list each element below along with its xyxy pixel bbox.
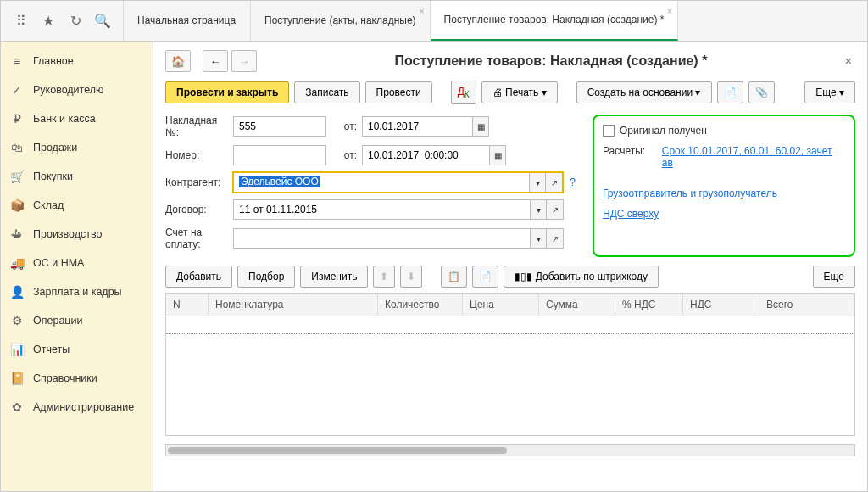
calendar-icon[interactable]: ▦ xyxy=(489,145,506,165)
post-button[interactable]: Провести xyxy=(365,81,432,103)
pick-button[interactable]: Подбор xyxy=(237,266,295,288)
tab-receipts[interactable]: Поступление (акты, накладные) × xyxy=(251,1,431,41)
open-icon[interactable]: ↗ xyxy=(547,199,564,220)
apps-icon[interactable]: ⠿ xyxy=(11,11,31,31)
content-header: 🏠 ← → Поступление товаров: Накладная (со… xyxy=(165,50,855,72)
tab-label: Поступление (акты, накладные) xyxy=(264,14,416,28)
number-date-input[interactable] xyxy=(362,145,489,165)
dropdown-icon[interactable]: ▾ xyxy=(530,228,547,249)
th-total[interactable]: Всего xyxy=(760,294,854,316)
horizontal-scrollbar[interactable] xyxy=(165,444,855,456)
attach-button[interactable]: 📎 xyxy=(748,81,775,103)
edit-button[interactable]: Изменить xyxy=(300,266,368,288)
copy-button[interactable]: 📋 xyxy=(441,266,467,288)
shipper-link[interactable]: Грузоотправитель и грузополучатель xyxy=(603,187,777,199)
content: 🏠 ← → Поступление товаров: Накладная (со… xyxy=(153,42,867,491)
ruble-icon: ₽ xyxy=(9,111,25,126)
settlements-link[interactable]: Срок 10.01.2017, 60.01, 60.02, зачет ав xyxy=(662,145,845,169)
sidebar-item-label: Покупки xyxy=(33,171,73,182)
sidebar-item-admin[interactable]: ✿Администрирование xyxy=(1,393,153,422)
history-icon[interactable]: ↻ xyxy=(65,11,86,31)
dk-button[interactable]: ДК xyxy=(451,81,476,104)
sidebar-item-production[interactable]: ⛴Производство xyxy=(1,220,153,249)
tab-label: Начальная страница xyxy=(137,14,236,28)
move-up-button[interactable]: ⬆ xyxy=(373,266,395,288)
invoice-date-input[interactable] xyxy=(362,116,472,137)
open-icon[interactable]: ↗ xyxy=(546,172,563,193)
close-button[interactable]: × xyxy=(842,51,855,71)
sidebar-item-label: Администрирование xyxy=(33,401,134,413)
counterparty-input[interactable]: Эдельвейс ООО xyxy=(233,172,529,193)
sidebar-item-bank[interactable]: ₽Банк и касса xyxy=(1,104,153,133)
vat-link[interactable]: НДС сверху xyxy=(603,208,659,220)
person-icon: 👤 xyxy=(9,284,25,299)
table-body[interactable] xyxy=(166,333,854,435)
table-divider xyxy=(166,333,854,334)
close-icon[interactable]: × xyxy=(667,6,672,16)
contract-input[interactable] xyxy=(233,199,530,220)
original-received-label: Оригинал получен xyxy=(620,125,707,137)
sidebar-item-label: Руководителю xyxy=(33,84,103,96)
form-left: Накладная №: от: ▦ Номер: от: ▦ xyxy=(165,115,576,257)
sidebar-item-assets[interactable]: 🚚ОС и НМА xyxy=(1,249,153,277)
th-n[interactable]: N xyxy=(166,294,209,316)
form-area: Накладная №: от: ▦ Номер: от: ▦ xyxy=(165,115,855,257)
barcode-button[interactable]: ▮▯▮ Добавить по штрихкоду xyxy=(504,266,659,288)
move-down-button[interactable]: ⬇ xyxy=(400,266,422,288)
sidebar-item-sales[interactable]: 🛍Продажи xyxy=(1,133,153,162)
tab-home[interactable]: Начальная страница xyxy=(124,1,251,41)
number-label: Номер: xyxy=(165,149,233,161)
payment-acc-input[interactable] xyxy=(233,228,530,249)
sidebar-item-warehouse[interactable]: 📦Склад xyxy=(1,191,153,220)
sidebar-item-manager[interactable]: ✓Руководителю xyxy=(1,75,153,104)
dropdown-icon[interactable]: ▾ xyxy=(530,199,547,220)
sidebar-item-label: Склад xyxy=(33,199,64,211)
calendar-icon[interactable]: ▦ xyxy=(472,116,489,137)
tab-current[interactable]: Поступление товаров: Накладная (создание… xyxy=(431,1,679,41)
th-price[interactable]: Цена xyxy=(463,294,539,316)
add-button[interactable]: Добавить xyxy=(165,266,232,288)
forward-button[interactable]: → xyxy=(231,50,257,72)
back-button[interactable]: ← xyxy=(203,50,228,72)
sidebar-item-catalogs[interactable]: 📔Справочники xyxy=(1,364,153,393)
dropdown-icon[interactable]: ▾ xyxy=(529,172,546,193)
help-link[interactable]: ? xyxy=(570,176,576,188)
page-title: Поступление товаров: Накладная (создание… xyxy=(260,53,842,69)
star-icon[interactable]: ★ xyxy=(38,11,58,31)
box-icon: 📦 xyxy=(9,198,25,213)
doc-button[interactable]: 📄 xyxy=(717,81,743,103)
number-input[interactable] xyxy=(233,145,326,165)
book-icon: 📔 xyxy=(9,371,25,386)
save-button[interactable]: Записать xyxy=(294,81,359,103)
sidebar-item-main[interactable]: ≡Главное xyxy=(1,47,153,75)
create-based-button[interactable]: Создать на основании ▾ xyxy=(576,81,712,103)
form-right-highlighted: Оригинал получен Расчеты: Срок 10.01.201… xyxy=(593,115,855,257)
th-sum[interactable]: Сумма xyxy=(539,294,615,316)
from-label: от: xyxy=(331,120,357,132)
top-bar: ⠿ ★ ↻ 🔍 Начальная страница Поступление (… xyxy=(1,1,867,42)
more-button[interactable]: Еще ▾ xyxy=(804,81,855,103)
th-qty[interactable]: Количество xyxy=(378,294,463,316)
table-header: N Номенклатура Количество Цена Сумма % Н… xyxy=(166,294,854,316)
sidebar-item-purchases[interactable]: 🛒Покупки xyxy=(1,162,153,191)
scroll-thumb[interactable] xyxy=(168,447,507,454)
th-vat[interactable]: НДС xyxy=(683,294,760,316)
open-icon[interactable]: ↗ xyxy=(547,228,564,249)
close-icon[interactable]: × xyxy=(419,6,424,16)
post-and-close-button[interactable]: Провести и закрыть xyxy=(165,81,289,103)
paste-button[interactable]: 📄 xyxy=(472,266,498,288)
more2-button[interactable]: Еще xyxy=(813,266,855,288)
toolbar: Провести и закрыть Записать Провести ДК … xyxy=(165,81,855,104)
original-checkbox[interactable] xyxy=(603,125,615,137)
sidebar-item-payroll[interactable]: 👤Зарплата и кадры xyxy=(1,277,153,306)
invoice-no-input[interactable] xyxy=(233,116,326,137)
tabs: Начальная страница Поступление (акты, на… xyxy=(124,1,867,41)
home-button[interactable]: 🏠 xyxy=(165,50,191,72)
search-icon[interactable]: 🔍 xyxy=(92,11,113,31)
print-button[interactable]: 🖨 Печать ▾ xyxy=(481,81,558,103)
sidebar-item-operations[interactable]: ⚙Операции xyxy=(1,306,153,335)
th-nomenclature[interactable]: Номенклатура xyxy=(209,294,378,316)
sidebar-item-label: Главное xyxy=(33,55,74,67)
th-vat-pct[interactable]: % НДС xyxy=(615,294,683,316)
sidebar-item-reports[interactable]: 📊Отчеты xyxy=(1,335,153,364)
